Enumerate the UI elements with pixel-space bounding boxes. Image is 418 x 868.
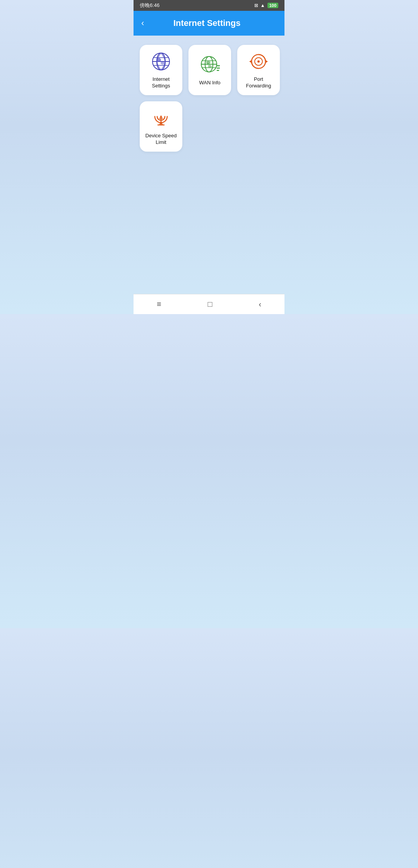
home-button[interactable]: □ — [198, 297, 221, 312]
status-bar: 傍晚6:46 ⊠ ▲ 100 — [134, 0, 284, 11]
svg-point-25 — [161, 118, 161, 119]
bottom-nav: ≡ □ ‹ — [134, 294, 284, 314]
sim-icon: ⊠ — [254, 3, 258, 8]
svg-point-17 — [257, 60, 260, 63]
card-internet-settings[interactable]: InternetSettings — [140, 45, 182, 95]
wifi-icon: ▲ — [260, 3, 265, 8]
internet-settings-icon — [150, 51, 172, 72]
port-forwarding-icon — [248, 51, 269, 72]
internet-settings-label: InternetSettings — [150, 76, 173, 89]
back-nav-button[interactable]: ‹ — [249, 297, 271, 312]
device-speed-limit-icon — [150, 107, 172, 129]
battery-icon: 100 — [267, 3, 278, 8]
page-title: Internet Settings — [149, 18, 265, 28]
grid-row-2: Device SpeedLimit — [140, 101, 278, 152]
card-port-forwarding[interactable]: PortForwarding — [237, 45, 280, 95]
wan-info-label: WAN Info — [197, 80, 223, 86]
status-time: 傍晚6:46 — [140, 2, 159, 9]
status-icons: ⊠ ▲ 100 — [254, 3, 278, 8]
svg-marker-19 — [249, 60, 252, 63]
grid-container: InternetSettings — [134, 36, 284, 294]
svg-point-5 — [156, 58, 161, 62]
port-forwarding-label: PortForwarding — [243, 76, 273, 89]
grid-row-1: InternetSettings — [140, 45, 278, 95]
card-device-speed-limit[interactable]: Device SpeedLimit — [140, 101, 182, 152]
header: ‹ Internet Settings — [134, 11, 284, 36]
back-button[interactable]: ‹ — [141, 19, 144, 27]
wan-info-icon — [199, 54, 221, 76]
device-speed-limit-label: Device SpeedLimit — [143, 133, 179, 146]
card-wan-info[interactable]: WAN Info — [188, 45, 231, 95]
menu-button[interactable]: ≡ — [147, 297, 171, 312]
svg-point-6 — [161, 62, 164, 65]
svg-marker-18 — [266, 60, 268, 63]
